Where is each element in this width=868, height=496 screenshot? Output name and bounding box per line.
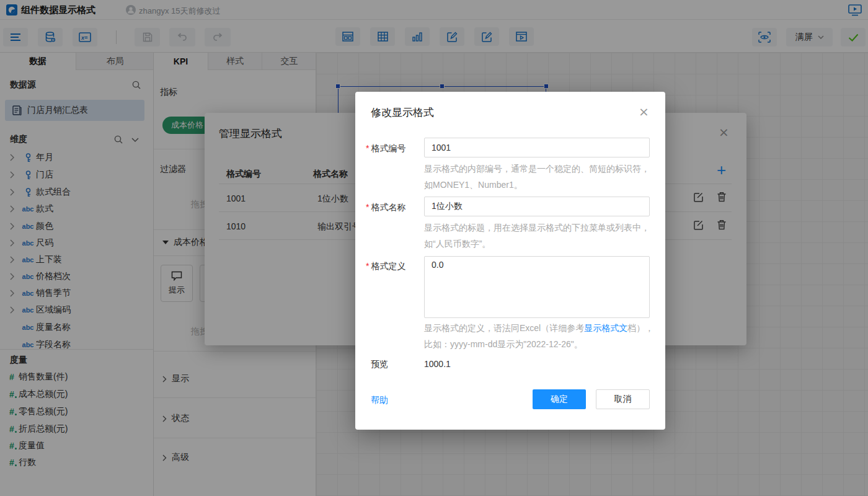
format-definition-textarea[interactable]: 0.0 xyxy=(424,256,650,318)
close-icon[interactable]: × xyxy=(639,107,649,117)
format-definition-label: 格式定义 xyxy=(366,261,405,272)
format-doc-link[interactable]: 显示格式文 xyxy=(584,323,627,333)
format-definition-help: 显示格式的定义，语法同Excel（详细参考显示格式文档），比如：yyyy-mm-… xyxy=(424,320,655,352)
help-link[interactable]: 帮助 xyxy=(371,395,388,406)
format-name-help: 显示格式的标题，用在选择显示格式的下拉菜单或列表中，如“人民币数字”。 xyxy=(424,219,655,252)
modal-title: 修改显示格式 xyxy=(371,105,434,120)
ok-button[interactable]: 确定 xyxy=(533,389,586,409)
cancel-button[interactable]: 取消 xyxy=(596,389,650,409)
preview-value: 1000.1 xyxy=(424,359,451,369)
preview-label: 预览 xyxy=(371,359,388,370)
format-code-label: 格式编号 xyxy=(366,143,405,154)
app-root: 组件数据显示格式 zhangyx 15天前修改过 xyxy=(0,0,868,496)
format-code-help: 显示格式的内部编号，通常是一个稳定的、简短的标识符，如MONEY1、Number… xyxy=(424,161,655,193)
format-name-label: 格式名称 xyxy=(366,202,405,213)
modify-format-modal: 修改显示格式 × 格式编号 显示格式的内部编号，通常是一个稳定的、简短的标识符，… xyxy=(355,92,665,430)
format-code-input[interactable] xyxy=(424,138,650,157)
format-name-input[interactable] xyxy=(424,197,650,216)
